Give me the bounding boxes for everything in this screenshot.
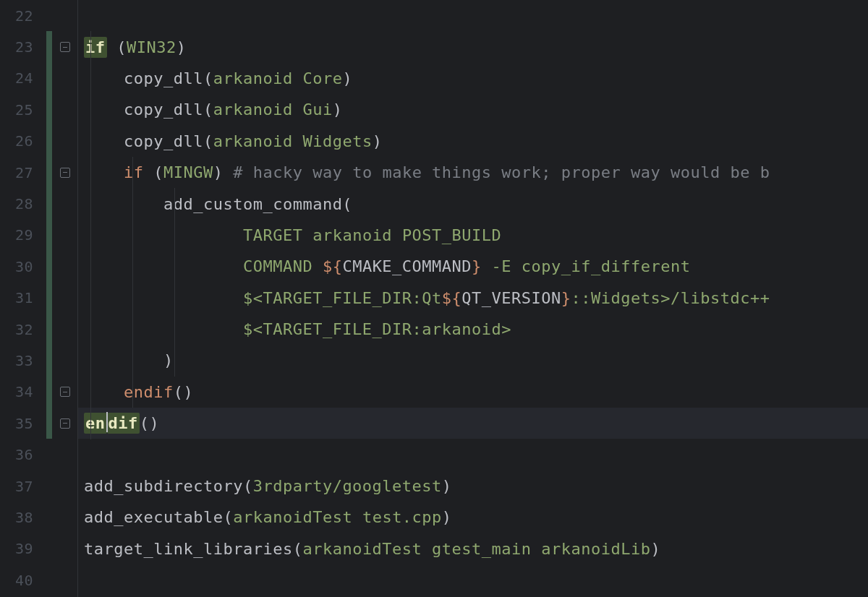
indent-guide xyxy=(132,157,133,408)
code-line[interactable]: $<TARGET_FILE_DIR:Qt${QT_VERSION}::Widge… xyxy=(78,283,868,314)
vcs-change-marker xyxy=(46,502,52,533)
vcs-change-marker xyxy=(46,220,52,251)
code-editor[interactable]: 22232425262728293031323334353637383940 i… xyxy=(0,0,868,597)
vcs-change-marker xyxy=(46,0,52,31)
line-number: 36 xyxy=(0,439,46,470)
fold-cell[interactable] xyxy=(52,157,77,188)
line-number: 37 xyxy=(0,471,46,502)
fold-end-icon[interactable] xyxy=(60,418,70,429)
fold-cell xyxy=(52,533,77,564)
line-number: 39 xyxy=(0,533,46,564)
fold-cell xyxy=(52,0,77,31)
code-line[interactable] xyxy=(78,0,868,31)
fold-cell xyxy=(52,439,77,470)
fold-cell xyxy=(52,345,77,376)
vcs-change-marker xyxy=(46,283,52,314)
line-number: 40 xyxy=(0,564,46,596)
fold-cell[interactable] xyxy=(52,408,77,439)
fold-column[interactable] xyxy=(52,0,78,597)
code-line[interactable]: TARGET arkanoid POST_BUILD xyxy=(78,220,868,251)
fold-cell[interactable] xyxy=(52,377,77,408)
line-number: 29 xyxy=(0,220,46,251)
vcs-change-marker xyxy=(46,533,52,564)
code-line[interactable]: add_executable(arkanoidTest test.cpp) xyxy=(78,502,868,533)
fold-cell xyxy=(52,502,77,533)
line-number: 25 xyxy=(0,94,46,125)
code-line[interactable] xyxy=(78,564,868,596)
line-number: 32 xyxy=(0,314,46,345)
code-line[interactable]: copy_dll(arkanoid Widgets) xyxy=(78,126,868,157)
vcs-change-marker xyxy=(46,157,52,188)
fold-cell xyxy=(52,126,77,157)
code-line[interactable]: if (MINGW) # hacky way to make things wo… xyxy=(78,157,868,188)
fold-end-icon[interactable] xyxy=(60,387,70,397)
line-number: 22 xyxy=(0,0,46,31)
fold-cell xyxy=(52,63,77,94)
vcs-change-marker xyxy=(46,564,52,596)
code-line[interactable]: add_custom_command( xyxy=(78,188,868,219)
line-number: 23 xyxy=(0,31,46,62)
vcs-change-marker xyxy=(46,251,52,282)
indent-guide xyxy=(174,188,175,376)
fold-cell xyxy=(52,94,77,125)
fold-collapse-icon[interactable] xyxy=(60,42,70,52)
code-line[interactable]: copy_dll(arkanoid Core) xyxy=(78,63,868,94)
line-number: 34 xyxy=(0,377,46,408)
code-line[interactable] xyxy=(78,439,868,470)
fold-cell xyxy=(52,283,77,314)
line-number: 27 xyxy=(0,157,46,188)
vcs-change-marker xyxy=(46,439,52,470)
line-number: 28 xyxy=(0,188,46,219)
vcs-change-marker xyxy=(46,471,52,502)
vcs-change-marker xyxy=(46,94,52,125)
vcs-change-strip xyxy=(46,0,52,597)
code-line[interactable]: add_subdirectory(3rdparty/googletest) xyxy=(78,471,868,502)
fold-cell xyxy=(52,188,77,219)
vcs-change-marker xyxy=(46,126,52,157)
code-line[interactable]: endif() xyxy=(78,377,868,408)
fold-cell xyxy=(52,251,77,282)
fold-collapse-icon[interactable] xyxy=(60,168,70,178)
vcs-change-marker xyxy=(46,188,52,219)
line-number-gutter: 22232425262728293031323334353637383940 xyxy=(0,0,46,597)
line-number: 33 xyxy=(0,345,46,376)
vcs-change-marker xyxy=(46,408,52,439)
code-line[interactable]: $<TARGET_FILE_DIR:arkanoid> xyxy=(78,314,868,345)
indent-guide xyxy=(90,31,91,439)
vcs-change-marker xyxy=(46,345,52,376)
code-line[interactable]: copy_dll(arkanoid Gui) xyxy=(78,94,868,125)
code-line[interactable]: COMMAND ${CMAKE_COMMAND} -E copy_if_diff… xyxy=(78,251,868,282)
fold-cell xyxy=(52,220,77,251)
vcs-change-marker xyxy=(46,377,52,408)
vcs-change-marker xyxy=(46,63,52,94)
fold-cell xyxy=(52,314,77,345)
line-number: 38 xyxy=(0,502,46,533)
line-number: 35 xyxy=(0,408,46,439)
fold-cell[interactable] xyxy=(52,31,77,62)
code-line[interactable]: endif() xyxy=(78,408,868,439)
line-number: 30 xyxy=(0,251,46,282)
line-number: 24 xyxy=(0,63,46,94)
fold-cell xyxy=(52,564,77,596)
code-line[interactable]: if (WIN32) xyxy=(78,31,868,62)
fold-cell xyxy=(52,471,77,502)
line-number: 31 xyxy=(0,283,46,314)
code-area[interactable]: if (WIN32) copy_dll(arkanoid Core) copy_… xyxy=(78,0,868,597)
line-number: 26 xyxy=(0,126,46,157)
code-line[interactable]: target_link_libraries(arkanoidTest gtest… xyxy=(78,533,868,564)
vcs-change-marker xyxy=(46,31,52,62)
code-line[interactable]: ) xyxy=(78,345,868,376)
vcs-change-marker xyxy=(46,314,52,345)
